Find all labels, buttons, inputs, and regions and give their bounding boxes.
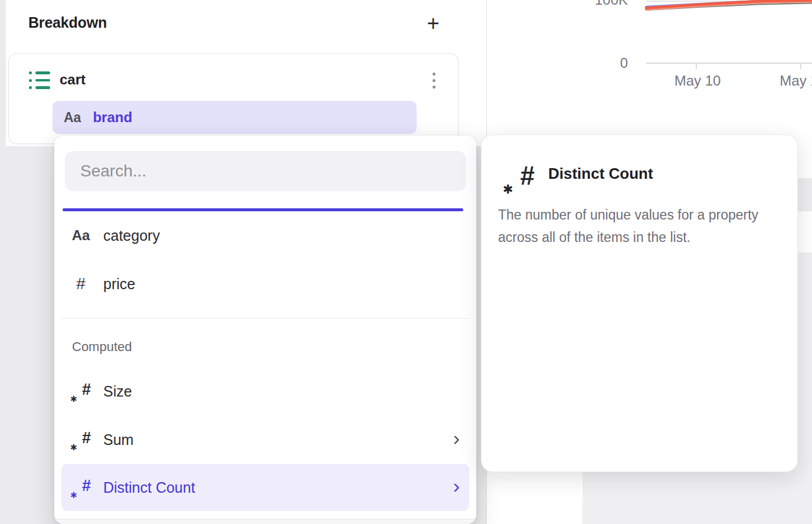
- tooltip-title: Distinct Count: [548, 165, 653, 183]
- kebab-menu-icon[interactable]: [425, 68, 442, 93]
- dropdown-item-sum[interactable]: #✱ Sum ›: [61, 423, 469, 456]
- selected-property-label: brand: [93, 109, 132, 126]
- plus-icon: +: [427, 11, 439, 36]
- dropdown-item-label: price: [103, 276, 135, 293]
- list-icon: [29, 71, 51, 89]
- computed-section-label: Computed: [72, 339, 132, 355]
- number-property-icon: #: [71, 274, 91, 293]
- text-property-icon: Aa: [71, 227, 91, 244]
- dropdown-item-label: Size: [103, 383, 132, 400]
- computed-number-icon: #✱: [504, 161, 535, 195]
- text-property-icon: Aa: [64, 110, 81, 126]
- section-divider: [61, 318, 469, 319]
- dropdown-item-size[interactable]: #✱ Size: [61, 375, 469, 408]
- app-root: 100K 0 May 10 May 1 Breakdown + cart Aa …: [0, 0, 812, 524]
- y-axis-label-0: 0: [598, 55, 628, 71]
- breakdown-section-title: Breakdown: [28, 14, 107, 31]
- computed-number-icon: #✱: [71, 428, 91, 451]
- dropdown-item-price[interactable]: # price: [61, 267, 469, 300]
- dropdown-item-label: Distinct Count: [103, 479, 195, 496]
- chevron-right-icon: ›: [453, 438, 460, 441]
- dropdown-footer: [54, 519, 476, 524]
- y-axis-label-100k: 100K: [569, 0, 628, 8]
- search-input[interactable]: [65, 151, 466, 191]
- add-breakdown-button[interactable]: +: [420, 11, 446, 37]
- dropdown-item-category[interactable]: Aa category: [61, 219, 469, 252]
- dropdown-item-distinct-count[interactable]: #✱ Distinct Count ›: [61, 464, 469, 511]
- property-description-tooltip: #✱ Distinct Count The number of unique v…: [481, 135, 798, 472]
- computed-number-icon: #✱: [71, 476, 91, 499]
- computed-number-icon: #✱: [71, 380, 91, 402]
- breakdown-group-card: cart Aa brand: [8, 53, 459, 144]
- x-axis-label-may10: May 10: [662, 73, 733, 89]
- selected-property-chip[interactable]: Aa brand: [53, 101, 417, 134]
- group-name[interactable]: cart: [60, 71, 86, 88]
- property-dropdown: Aa category # price Computed #✱ Size #✱ …: [54, 136, 476, 524]
- dropdown-item-label: Sum: [103, 431, 133, 448]
- tooltip-description: The number of unique values for a proper…: [498, 204, 784, 248]
- x-axis-label-may1: May 1: [764, 73, 812, 89]
- chevron-right-icon: ›: [453, 486, 460, 489]
- active-indicator-line: [63, 208, 463, 211]
- dropdown-item-label: category: [103, 227, 160, 244]
